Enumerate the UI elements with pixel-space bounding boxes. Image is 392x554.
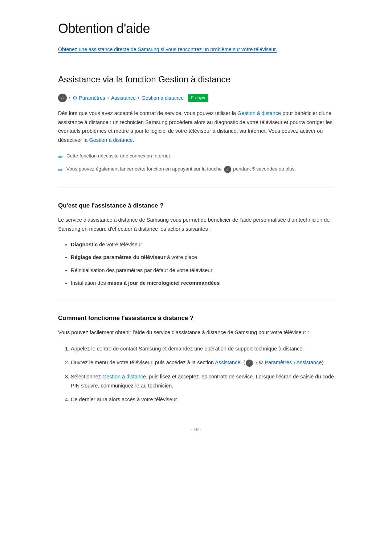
page-container: Obtention d'aide Obtenez une assistance …	[33, 0, 359, 463]
page-title: Obtention d'aide	[58, 18, 334, 39]
section-divider-2	[58, 300, 334, 300]
separator2: ›	[107, 94, 109, 102]
step-2-text: Ouvrez le menu de votre téléviseur, puis…	[71, 360, 323, 365]
section1-body-text1: Dès lors que vous avez accepté le contra…	[58, 110, 237, 116]
bullet-item-1: Diagnostic de votre téléviseur	[71, 241, 334, 249]
step-3-text: Sélectionnez Gestion à distance, puis li…	[71, 374, 334, 389]
step-3: Sélectionnez Gestion à distance, puis li…	[71, 372, 334, 390]
inline-home-icon-step2: ⌂	[246, 360, 253, 367]
assistance-link2-step2[interactable]: Assistance	[296, 360, 322, 365]
gestion-link-step3[interactable]: Gestion à distance	[102, 374, 146, 379]
try-badge[interactable]: Essayer	[188, 94, 208, 102]
home-icon: ⌂	[58, 94, 67, 102]
settings-link[interactable]: Paramètres	[79, 94, 105, 102]
gear-icon: ⚙	[73, 94, 77, 102]
note-text-2: Vous pouvez également lancer cette fonct…	[66, 165, 296, 173]
settings-breadcrumb: ⚙ Paramètres	[73, 94, 105, 102]
section2-title: Qu'est que l'assistance à distance ?	[58, 201, 334, 210]
section1-body: Dès lors que vous avez accepté le contra…	[58, 109, 334, 145]
parametres-link-step2[interactable]: Paramètres	[265, 360, 292, 365]
gestion-link1[interactable]: Gestion à distance	[237, 110, 281, 116]
step-4: Ce dernier aura alors accès à votre télé…	[71, 395, 334, 404]
notes-block: ✏ Cette fonction nécessite une connexion…	[58, 152, 334, 175]
page-subtitle: Obtenez une assistance directe de Samsun…	[58, 46, 277, 53]
section3-title: Comment fonctionne l'assistance à distan…	[58, 313, 334, 323]
section1-body-text3: .	[133, 137, 134, 143]
separator3: ›	[138, 94, 139, 102]
gestion-breadcrumb-link[interactable]: Gestion à distance	[142, 94, 184, 102]
page-footer: - 19 -	[58, 426, 334, 434]
step-2: Ouvrez le menu de votre téléviseur, puis…	[71, 358, 334, 367]
separator1: ›	[69, 94, 70, 102]
gestion-link2[interactable]: Gestion à distance	[89, 137, 132, 143]
step-1: Appelez le centre de contact Samsung et …	[71, 344, 334, 353]
note-item-2: ✏ Vous pouvez également lancer cette fon…	[58, 165, 334, 175]
breadcrumb: ⌂ › ⚙ Paramètres › Assistance › Gestion …	[58, 94, 334, 102]
section3-intro: Vous pouvez facilement obtenir l'aide du…	[58, 328, 334, 337]
inline-home-icon: ⌂	[224, 166, 231, 173]
step2-gear-icon: ⚙	[258, 360, 263, 365]
bullet-item-2: Réglage des paramètres du téléviseur à v…	[71, 253, 334, 262]
assistance-breadcrumb-link[interactable]: Assistance	[111, 94, 136, 102]
note-text-1: Cette fonction nécessite une connexion I…	[66, 152, 171, 160]
section1-title: Assistance via la fonction Gestion à dis…	[58, 73, 334, 86]
step-1-text: Appelez le centre de contact Samsung et …	[71, 346, 304, 352]
pencil-icon-2: ✏	[58, 165, 63, 175]
subtitle-wrapper: Obtenez une assistance directe de Samsun…	[58, 44, 334, 54]
bullet-list: Diagnostic de votre téléviseur Réglage d…	[58, 241, 334, 287]
pencil-icon-1: ✏	[58, 152, 63, 162]
note-item-1: ✏ Cette fonction nécessite une connexion…	[58, 152, 334, 162]
assistance-link-step2[interactable]: Assistance	[215, 360, 240, 365]
section-divider-1	[58, 188, 334, 188]
bullet-item-3: Réinitialisation des paramètres par défa…	[71, 266, 334, 275]
step-4-text: Ce dernier aura alors accès à votre télé…	[71, 397, 178, 402]
ordered-list: Appelez le centre de contact Samsung et …	[58, 344, 334, 404]
bullet-item-4: Installation des mises à jour de microlo…	[71, 279, 334, 287]
section2-intro: Le service d'assistance à distance de Sa…	[58, 216, 334, 233]
